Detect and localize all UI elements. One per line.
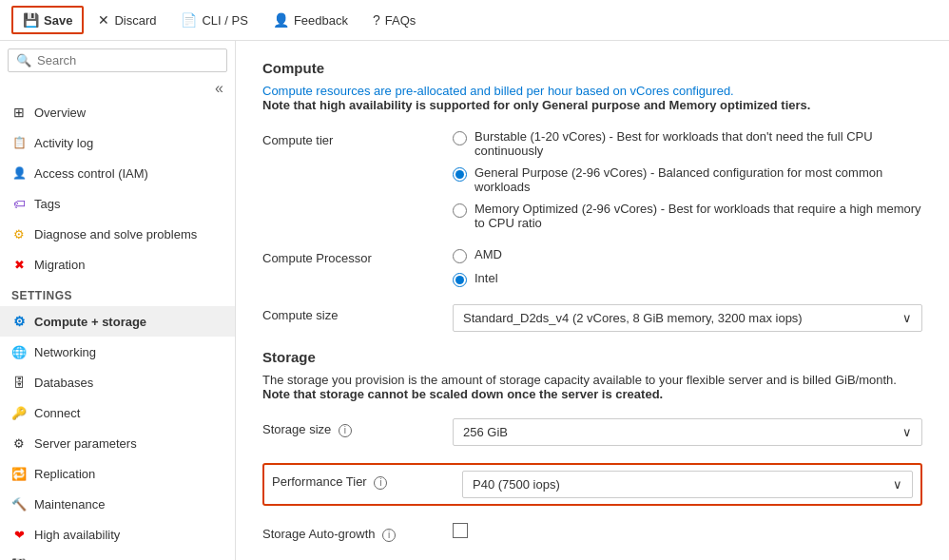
sidebar-item-migration[interactable]: ✖ Migration xyxy=(0,249,235,280)
sidebar-item-networking[interactable]: 🌐 Networking xyxy=(0,337,235,367)
compute-tier-memory: Memory Optimized (2-96 vCores) - Best fo… xyxy=(453,202,922,230)
sidebar-item-label: Networking xyxy=(34,345,96,359)
settings-section-label: Settings xyxy=(0,280,235,306)
sidebar-item-compute-storage[interactable]: ⚙ Compute + storage xyxy=(0,306,235,337)
collapse-sidebar-button[interactable]: « xyxy=(211,80,227,97)
connect-icon: 🔑 xyxy=(11,405,27,420)
sidebar-item-connect[interactable]: 🔑 Connect xyxy=(0,397,235,428)
compute-tier-memory-radio[interactable] xyxy=(453,203,467,218)
discard-button[interactable]: ✕ Discard xyxy=(87,7,166,33)
sidebar-item-databases[interactable]: 🗄 Databases xyxy=(0,367,235,397)
compute-tier-radio-group: Burstable (1-20 vCores) - Best for workl… xyxy=(453,129,922,230)
storage-size-select[interactable]: 256 GiB ∨ xyxy=(453,418,922,446)
processor-amd: AMD xyxy=(453,247,922,263)
databases-icon: 🗄 xyxy=(11,375,27,390)
compute-size-chevron: ∨ xyxy=(902,311,912,325)
cli-ps-button[interactable]: 📄 CLI / PS xyxy=(170,7,258,33)
sidebar-item-label: Databases xyxy=(34,376,93,390)
sidebar-item-label: Overview xyxy=(34,106,86,120)
sidebar-item-label: Tags xyxy=(34,197,60,211)
sidebar-item-tags[interactable]: 🏷 Tags xyxy=(0,188,235,219)
sidebar-item-label: Server parameters xyxy=(34,436,137,451)
processor-intel-radio[interactable] xyxy=(453,273,467,287)
performance-tier-info-icon: i xyxy=(374,476,387,490)
compute-size-value: Standard_D2ds_v4 (2 vCores, 8 GiB memory… xyxy=(463,311,803,325)
search-box: 🔍 xyxy=(8,48,227,72)
sidebar-item-label: Connect xyxy=(34,406,80,420)
compute-desc-bold: Note that high availability is supported… xyxy=(262,98,810,112)
overview-icon: ⊞ xyxy=(11,105,27,120)
compute-tier-label: Compute tier xyxy=(262,129,434,147)
processor-amd-label: AMD xyxy=(474,247,502,261)
performance-tier-group: Performance Tier i P40 (7500 iops) ∨ xyxy=(262,463,922,506)
tags-icon: 🏷 xyxy=(11,196,27,211)
search-input[interactable] xyxy=(37,53,219,68)
search-icon: 🔍 xyxy=(16,53,31,68)
storage-autogrowth-info-icon: i xyxy=(382,529,396,542)
sidebar-item-replication[interactable]: 🔁 Replication xyxy=(0,458,235,489)
compute-desc: Compute resources are pre-allocated and … xyxy=(262,84,922,112)
storage-autogrowth-control xyxy=(453,523,922,541)
sidebar-item-overview[interactable]: ⊞ Overview xyxy=(0,97,235,127)
sidebar-item-label: Maintenance xyxy=(34,497,105,512)
sidebar-item-maintenance[interactable]: 🔨 Maintenance xyxy=(0,489,235,519)
save-button[interactable]: 💾 Save xyxy=(11,6,84,34)
faqs-button[interactable]: ? FAQs xyxy=(362,7,426,33)
compute-processor-label: Compute Processor xyxy=(262,247,434,265)
processor-radio-group: AMD Intel xyxy=(453,247,922,287)
performance-tier-value: P40 (7500 iops) xyxy=(473,477,560,492)
sidebar-item-access-control[interactable]: 👤 Access control (IAM) xyxy=(0,158,235,188)
performance-tier-chevron: ∨ xyxy=(893,477,902,492)
sidebar-item-label: Replication xyxy=(34,467,95,481)
sidebar: 🔍 « ⊞ Overview 📋 Activity log 👤 Access c… xyxy=(0,41,236,560)
compute-tier-general: General Purpose (2-96 vCores) - Balanced… xyxy=(453,165,922,194)
compute-size-group: Compute size Standard_D2ds_v4 (2 vCores,… xyxy=(262,304,922,332)
sidebar-item-label: Activity log xyxy=(34,136,93,150)
activity-log-icon: 📋 xyxy=(11,135,27,150)
save-icon: 💾 xyxy=(23,12,39,28)
performance-tier-select[interactable]: P40 (7500 iops) ∨ xyxy=(462,471,913,498)
sidebar-item-server-parameters[interactable]: ⚙ Server parameters xyxy=(0,428,235,458)
discard-label: Discard xyxy=(114,13,156,28)
compute-tier-burstable: Burstable (1-20 vCores) - Best for workl… xyxy=(453,129,922,158)
networking-icon: 🌐 xyxy=(11,344,27,359)
compute-tier-general-radio[interactable] xyxy=(453,167,467,182)
storage-size-control: 256 GiB ∨ xyxy=(453,418,922,446)
compute-storage-icon: ⚙ xyxy=(11,314,27,329)
sidebar-item-backup-restore[interactable]: 💾 Backup and restore xyxy=(0,550,235,560)
sidebar-item-label: High availability xyxy=(34,528,120,542)
feedback-button[interactable]: 👤 Feedback xyxy=(262,7,358,33)
storage-autogrowth-checkbox[interactable] xyxy=(453,523,468,538)
compute-size-control: Standard_D2ds_v4 (2 vCores, 8 GiB memory… xyxy=(453,304,922,332)
processor-intel-label: Intel xyxy=(474,271,498,285)
processor-amd-radio[interactable] xyxy=(453,249,467,263)
sidebar-item-activity-log[interactable]: 📋 Activity log xyxy=(0,127,235,158)
compute-desc-link[interactable]: Compute resources are pre-allocated and … xyxy=(262,84,734,98)
sidebar-item-diagnose[interactable]: ⚙ Diagnose and solve problems xyxy=(0,219,235,249)
replication-icon: 🔁 xyxy=(11,466,27,481)
toolbar: 💾 Save ✕ Discard 📄 CLI / PS 👤 Feedback ?… xyxy=(0,0,949,41)
feedback-label: Feedback xyxy=(294,13,348,28)
compute-tier-group: Compute tier Burstable (1-20 vCores) - B… xyxy=(262,129,922,230)
content-area: Compute Compute resources are pre-alloca… xyxy=(236,41,949,560)
storage-desc: The storage you provision is the amount … xyxy=(262,373,922,401)
storage-autogrowth-label: Storage Auto-growth i xyxy=(262,523,434,542)
feedback-icon: 👤 xyxy=(273,12,289,28)
sidebar-item-high-availability[interactable]: ❤ High availability xyxy=(0,519,235,550)
compute-tier-burstable-radio[interactable] xyxy=(453,131,467,145)
compute-size-select[interactable]: Standard_D2ds_v4 (2 vCores, 8 GiB memory… xyxy=(453,304,922,332)
sidebar-item-label: Compute + storage xyxy=(34,315,146,329)
compute-tier-general-label: General Purpose (2-96 vCores) - Balanced… xyxy=(474,165,922,194)
diagnose-icon: ⚙ xyxy=(11,226,27,241)
compute-size-label: Compute size xyxy=(262,304,434,322)
cli-icon: 📄 xyxy=(181,12,197,28)
sidebar-item-label: Migration xyxy=(34,258,85,272)
faqs-label: FAQs xyxy=(385,13,416,28)
access-control-icon: 👤 xyxy=(11,165,27,181)
save-label: Save xyxy=(44,13,72,28)
sidebar-item-label: Access control (IAM) xyxy=(34,166,148,181)
compute-title: Compute xyxy=(262,60,922,76)
migration-icon: ✖ xyxy=(11,257,27,272)
storage-desc-bold: Note that storage cannot be scaled down … xyxy=(262,387,663,401)
sidebar-item-label: Diagnose and solve problems xyxy=(34,227,197,241)
